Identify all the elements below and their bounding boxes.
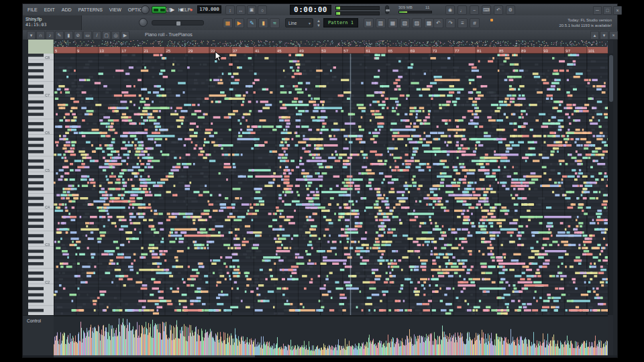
- pr-scroll-down-icon[interactable]: ▾: [600, 31, 608, 40]
- pattern-down-icon[interactable]: ▼: [317, 23, 321, 27]
- position-indicators: [335, 6, 380, 15]
- song-mode-light: [160, 9, 165, 11]
- piano-roll-menu-icons: ▾∩♪: [27, 31, 54, 40]
- paint-tool-icon[interactable]: ▮: [258, 18, 268, 28]
- close-button[interactable]: ×: [613, 6, 622, 15]
- channel-rack-toggle-icon[interactable]: ▦: [223, 18, 233, 28]
- undo-icon[interactable]: ↶: [433, 18, 443, 28]
- pr-slice-icon[interactable]: /: [93, 31, 101, 40]
- left-border-strip: [23, 40, 28, 357]
- note-grid[interactable]: [54, 54, 608, 315]
- pr-mute-icon[interactable]: ▭: [83, 31, 92, 40]
- browser-panel-icon[interactable]: ▧: [400, 18, 410, 28]
- hint-value: 41:15:03: [25, 22, 78, 27]
- slide-tool-icon[interactable]: ≈: [270, 18, 280, 28]
- cpu-readout: 11: [425, 5, 429, 9]
- menu-patterns[interactable]: PATTERNS: [75, 4, 106, 15]
- pattern-song-switch[interactable]: [152, 6, 166, 13]
- shape-select-dropdown[interactable]: Line ▾: [285, 18, 313, 27]
- pattern-up-icon[interactable]: ▲: [317, 19, 321, 23]
- toolbar-right-icons: ◉♩~⌨↶⚙: [445, 5, 515, 15]
- project-title: Shiny.flp: [25, 17, 78, 21]
- right-border-strip: [613, 40, 617, 357]
- typing-keyboard-piano-icon[interactable]: ⌨: [482, 5, 491, 15]
- piano-roll-tool-icons: ✎▮⊘▭/▢◎▶: [55, 31, 129, 40]
- grid-snap-icon[interactable]: #: [470, 18, 480, 28]
- control-lane-header[interactable]: Control: [23, 315, 54, 355]
- snap-magnet-icon[interactable]: ∩: [36, 31, 45, 40]
- panel-toggle-icons: ▤▥▦▧▨▩: [364, 18, 434, 28]
- pattern-name: Pattern 1: [328, 20, 354, 25]
- play-button[interactable]: ▶: [168, 5, 177, 14]
- tempo-display[interactable]: 170.000: [197, 5, 221, 13]
- vertical-scrollbar-thumb[interactable]: [609, 55, 613, 102]
- marker-jump-icon[interactable]: ↔: [236, 5, 246, 15]
- pr-options-menu-icon[interactable]: ▾: [27, 31, 36, 40]
- loop-record-icon[interactable]: ○: [258, 5, 267, 15]
- maximize-button[interactable]: □: [603, 6, 612, 15]
- rack-mode-icons: ▦▶: [223, 18, 244, 28]
- playlist-panel-icon[interactable]: ▤: [364, 18, 374, 28]
- control-lane-label: Control: [23, 316, 54, 323]
- hint-panel: Shiny.flp 41:15:03: [23, 15, 82, 30]
- channel-rack-panel-icon[interactable]: ▥: [376, 18, 386, 28]
- stop-button[interactable]: ■: [177, 5, 186, 14]
- stamp-icon[interactable]: ♪: [46, 31, 54, 40]
- horizontal-scrollbar-thumb[interactable]: [54, 355, 255, 357]
- piano-roll-window: ▾∩♪ ✎▮⊘▭/▢◎▶ Piano roll - TruePianos ▴▾×: [23, 30, 617, 357]
- record-button[interactable]: ●: [186, 5, 196, 14]
- piano-roll-panel-icon[interactable]: ▦: [388, 18, 398, 28]
- pr-scroll-up-icon[interactable]: ▴: [590, 31, 599, 40]
- menu-edit[interactable]: EDIT: [41, 4, 58, 15]
- pr-draw-icon[interactable]: ✎: [55, 31, 64, 40]
- mixer-panel-icon[interactable]: ▨: [412, 18, 422, 28]
- notification-line1: Today: FL Studio version: [496, 17, 612, 23]
- shuffle-slider[interactable]: [385, 5, 389, 14]
- wave-icon[interactable]: ~: [470, 5, 479, 15]
- menu-file[interactable]: FILE: [24, 4, 41, 15]
- note-minimap[interactable]: [54, 40, 608, 47]
- time-display[interactable]: 0:00:00: [290, 5, 331, 15]
- main-toolbar: FILEEDITADDPATTERNSVIEWOPTIONSTOOLSHELP …: [23, 4, 617, 16]
- metronome-icon[interactable]: ♩: [458, 5, 467, 15]
- master-pitch-knob[interactable]: [139, 18, 148, 27]
- play-mode-icon[interactable]: ▶: [234, 18, 244, 28]
- fl-studio-window: FILEEDITADDPATTERNSVIEWOPTIONSTOOLSHELP …: [23, 4, 617, 357]
- vertical-scrollbar[interactable]: [608, 54, 613, 315]
- nudge-icon[interactable]: ↕: [225, 5, 235, 15]
- one-click-record-icon[interactable]: ◉: [445, 5, 455, 15]
- menu-list-icon[interactable]: ≡: [458, 18, 468, 28]
- edit-tool-icons: ✎▮≈: [247, 18, 280, 28]
- keyboard-corner-block: [28, 40, 54, 54]
- piano-keyboard[interactable]: [28, 54, 54, 315]
- settings-icon[interactable]: ⚙: [506, 5, 515, 15]
- menu-view[interactable]: VIEW: [106, 4, 125, 15]
- velocity-lane[interactable]: [54, 315, 608, 356]
- pr-paint-icon[interactable]: ▮: [64, 31, 73, 40]
- plugin-picker-icon[interactable]: ▩: [424, 18, 434, 28]
- piano-roll-titlebar[interactable]: ▾∩♪ ✎▮⊘▭/▢◎▶ Piano roll - TruePianos ▴▾×: [23, 30, 617, 40]
- redo-icon[interactable]: ↷: [445, 18, 455, 28]
- notification-icon: [490, 19, 493, 21]
- pr-zoom-icon[interactable]: ◎: [111, 31, 120, 40]
- misc-icons: ↶↷≡#: [433, 18, 480, 28]
- update-notification[interactable]: Today: FL Studio version 20.5.1 build 11…: [496, 17, 612, 28]
- pr-delete-icon[interactable]: ⊘: [74, 31, 83, 40]
- undo-history-icon[interactable]: ↶: [494, 5, 503, 15]
- draw-tool-icon[interactable]: ✎: [247, 18, 257, 28]
- pr-playback-icon[interactable]: ▶: [121, 31, 129, 40]
- horizontal-scrollbar[interactable]: [23, 355, 617, 357]
- pattern-mode-light: [154, 9, 158, 11]
- punch-in-icon[interactable]: ▣: [247, 5, 256, 15]
- pattern-selector[interactable]: Pattern 1: [323, 18, 358, 27]
- main-volume-knob[interactable]: [141, 5, 150, 14]
- menu-add[interactable]: ADD: [58, 4, 75, 15]
- secondary-toolbar: Shiny.flp 41:15:03 ▦▶ ✎▮≈ Line ▾ ▲ ▼ Pat…: [23, 15, 617, 31]
- minimize-button[interactable]: ─: [593, 6, 602, 15]
- pr-close-icon[interactable]: ×: [609, 31, 618, 40]
- master-pitch-slider[interactable]: [152, 20, 204, 25]
- pr-select-icon[interactable]: ▢: [102, 31, 111, 40]
- shape-select-value: Line: [286, 21, 309, 25]
- piano-roll-window-icons: ▴▾×: [590, 31, 618, 40]
- timeline-ruler[interactable]: [54, 47, 608, 54]
